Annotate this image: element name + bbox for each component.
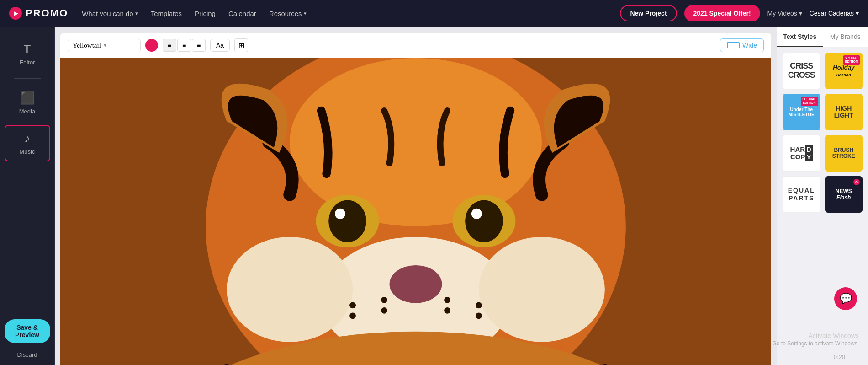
svg-point-15 (349, 312, 356, 319)
style-card-holiday[interactable]: HolidaySeason SPECIALEDITION (825, 53, 863, 89)
font-selector[interactable]: Yellowtail ▾ (68, 39, 141, 52)
style-card-brush-stroke[interactable]: BRUSHSTROKE (825, 135, 863, 172)
style-card-hard-copy[interactable]: HARD COPY (783, 135, 820, 172)
main-layout: T Editor ⬛ Media ♪ Music Save & Preview … (0, 27, 868, 365)
align-center-button[interactable]: ≡ (177, 39, 191, 52)
sidebar-divider-1 (14, 78, 41, 79)
chevron-down-icon: ▾ (135, 11, 138, 16)
nav-links: What you can do ▾ Templates Pricing Cale… (82, 10, 606, 17)
timer-display: 0:20 (834, 354, 845, 360)
my-videos-menu[interactable]: My Videos ▾ (767, 10, 802, 17)
chevron-down-icon-4: ▾ (856, 10, 859, 17)
text-editor-icon: T (24, 42, 31, 56)
svg-point-13 (349, 302, 356, 308)
sidebar-item-media[interactable]: ⬛ Media (5, 86, 50, 120)
style-card-mistletoe[interactable]: Under TheMISTLETOE SPECIALEDITION (783, 94, 820, 130)
nav-right: New Project 2021 Special Offer! My Video… (620, 5, 859, 21)
new-project-button[interactable]: New Project (620, 5, 677, 21)
style-card-equal-parts[interactable]: EQUALPARTS (783, 176, 820, 213)
align-left-button[interactable]: ≡ (163, 39, 176, 52)
video-canvas: ⬆ Upload Watermark (60, 58, 771, 365)
align-group: ≡ ≡ ≡ (163, 39, 206, 52)
tab-text-styles[interactable]: Text Styles (777, 27, 823, 47)
svg-point-9 (328, 200, 366, 242)
svg-point-18 (444, 297, 450, 303)
svg-point-20 (444, 307, 450, 314)
svg-point-17 (476, 302, 482, 308)
text-styles-grid: CRISSCROSS HolidaySeason SPECIALEDITION (777, 47, 868, 218)
svg-point-19 (476, 312, 482, 319)
svg-point-5 (479, 237, 605, 342)
left-sidebar: T Editor ⬛ Media ♪ Music Save & Preview … (0, 27, 55, 365)
nav-what-you-can-do[interactable]: What you can do ▾ (82, 10, 138, 17)
svg-point-14 (381, 297, 387, 303)
tab-my-brands[interactable]: My Brands (823, 27, 868, 47)
chevron-down-icon-2: ▾ (304, 11, 307, 16)
nav-resources[interactable]: Resources ▾ (269, 10, 307, 17)
tiger-video-frame: ⬆ Upload Watermark (60, 58, 771, 365)
media-icon: ⬛ (20, 91, 35, 105)
discard-button[interactable]: Discard (17, 351, 37, 358)
style-card-news-flash[interactable]: NEWSFlash ✕ (825, 176, 863, 213)
svg-point-6 (390, 265, 442, 303)
video-editor-panel: Yellowtail ▾ ≡ ≡ ≡ Aa ⊞ Wide (55, 27, 777, 365)
font-dropdown-chevron: ▾ (104, 42, 106, 48)
right-panel: Text Styles My Brands CRISSCROSS Holiday… (777, 27, 868, 365)
font-size-button[interactable]: Aa (210, 39, 230, 52)
text-toolbar: Yellowtail ▾ ≡ ≡ ≡ Aa ⊞ Wide (60, 33, 771, 58)
svg-point-10 (465, 200, 503, 242)
logo-text: PROMO (26, 7, 68, 19)
nav-pricing[interactable]: Pricing (195, 10, 216, 17)
grid-view-button[interactable]: ⊞ (234, 38, 248, 52)
svg-point-11 (335, 209, 345, 219)
right-panel-tabs: Text Styles My Brands (777, 27, 868, 47)
editor-area: Yellowtail ▾ ≡ ≡ ≡ Aa ⊞ Wide (55, 27, 868, 365)
sidebar-item-music[interactable]: ♪ Music (5, 125, 50, 161)
style-card-criss-cross[interactable]: CRISSCROSS (783, 53, 820, 89)
user-menu[interactable]: Cesar Cadenas ▾ (810, 10, 859, 17)
align-right-button[interactable]: ≡ (192, 39, 206, 52)
font-name: Yellowtail (73, 42, 101, 49)
nav-templates[interactable]: Templates (151, 10, 182, 17)
special-edition-badge-1: SPECIALEDITION (843, 55, 860, 65)
special-offer-button[interactable]: 2021 Special Offer! (684, 5, 760, 21)
svg-point-12 (471, 209, 482, 219)
nav-calendar[interactable]: Calendar (228, 10, 256, 17)
wide-button[interactable]: Wide (720, 38, 764, 52)
chevron-down-icon-3: ▾ (799, 10, 802, 17)
svg-point-16 (381, 307, 387, 314)
special-edition-badge-2: SPECIALEDITION (801, 97, 817, 106)
svg-point-4 (227, 237, 353, 342)
chat-button[interactable]: 💬 (834, 287, 857, 310)
sidebar-item-editor[interactable]: T Editor (5, 37, 50, 71)
save-preview-button[interactable]: Save & Preview (5, 319, 50, 343)
text-color-picker[interactable] (145, 39, 158, 52)
style-card-highlight[interactable]: HIGHLIGHT (825, 94, 863, 130)
wide-icon (727, 42, 740, 48)
logo[interactable]: PROMO (9, 7, 68, 20)
music-icon: ♪ (24, 131, 30, 145)
content-area: Yellowtail ▾ ≡ ≡ ≡ Aa ⊞ Wide (55, 27, 868, 365)
top-navigation: PROMO What you can do ▾ Templates Pricin… (0, 0, 868, 27)
tiger-svg (60, 58, 771, 365)
logo-icon (9, 7, 22, 20)
